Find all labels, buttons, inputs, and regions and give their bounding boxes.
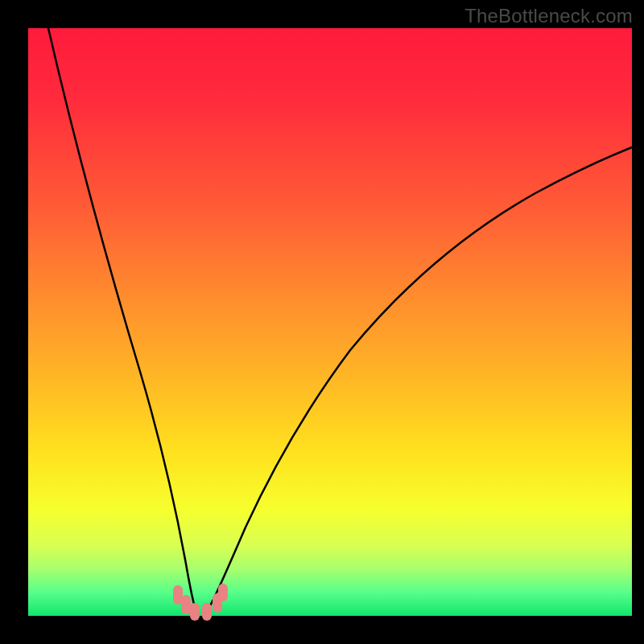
marker-dot [190, 603, 200, 621]
chart-frame: TheBottleneck.com [0, 0, 644, 644]
marker-dot [181, 595, 191, 614]
curve-right-branch [205, 147, 632, 614]
marker-dot [218, 584, 228, 601]
curve-left-branch [48, 28, 197, 614]
plot-area [28, 28, 632, 616]
marker-cluster [173, 584, 228, 621]
watermark-text: TheBottleneck.com [464, 5, 633, 27]
bottleneck-curve [28, 28, 632, 616]
marker-dot [202, 603, 212, 621]
